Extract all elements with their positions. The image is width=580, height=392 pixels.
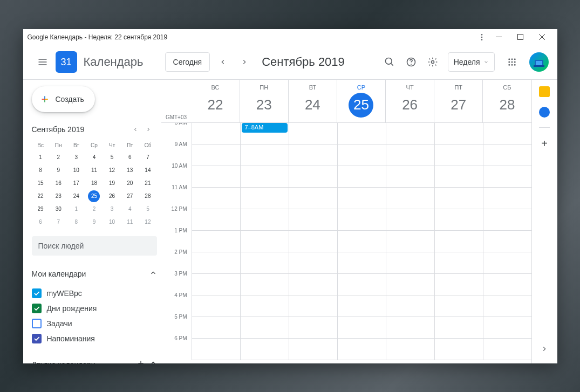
hour-cell[interactable]	[483, 252, 531, 274]
view-selector[interactable]: Неделя	[448, 52, 495, 72]
mini-day[interactable]: 5	[139, 203, 156, 216]
hour-cell[interactable]	[483, 274, 531, 295]
hour-cell[interactable]	[435, 188, 483, 209]
hour-cell[interactable]	[386, 209, 434, 231]
day-number[interactable]: 28	[495, 93, 520, 118]
mini-day[interactable]: 21	[139, 177, 156, 190]
hour-cell[interactable]	[435, 295, 483, 317]
hour-cell[interactable]	[192, 166, 240, 188]
mini-day[interactable]: 20	[121, 177, 139, 190]
mini-day[interactable]: 23	[50, 190, 67, 203]
day-number[interactable]: 23	[251, 93, 276, 118]
mini-day[interactable]: 6	[121, 151, 139, 164]
mini-day[interactable]: 10	[67, 164, 85, 177]
mini-day[interactable]: 3	[103, 203, 121, 216]
day-column[interactable]	[483, 123, 531, 360]
mini-day[interactable]: 1	[32, 151, 50, 164]
hour-cell[interactable]	[435, 209, 483, 231]
mini-prev-button[interactable]	[129, 123, 142, 136]
hamburger-icon[interactable]	[32, 51, 53, 73]
calendar-item[interactable]: myWEBpc	[32, 286, 157, 301]
mini-day[interactable]: 8	[32, 164, 50, 177]
day-header[interactable]: ЧТ26	[385, 80, 434, 122]
hour-cell[interactable]	[338, 209, 386, 231]
mini-day[interactable]: 6	[32, 216, 50, 229]
hour-cell[interactable]	[435, 231, 483, 252]
hour-cell[interactable]	[338, 145, 386, 166]
mini-day[interactable]: 14	[139, 164, 156, 177]
checkbox[interactable]	[32, 319, 42, 328]
hour-cell[interactable]	[241, 209, 289, 231]
hour-cell[interactable]	[386, 295, 434, 317]
hour-cell[interactable]	[289, 209, 337, 231]
mini-day[interactable]: 24	[67, 190, 85, 203]
hour-cell[interactable]	[241, 166, 289, 188]
day-column[interactable]: 7–8AM	[240, 123, 289, 360]
hour-cell[interactable]	[241, 295, 289, 317]
hour-cell[interactable]	[386, 339, 434, 360]
calendar-item[interactable]: Дни рождения	[32, 301, 157, 316]
hour-cell[interactable]	[483, 166, 531, 188]
hour-cell[interactable]	[338, 188, 386, 209]
hour-cell[interactable]	[338, 252, 386, 274]
hour-cell[interactable]	[483, 339, 531, 360]
mini-day[interactable]: 7	[139, 151, 156, 164]
hour-cell[interactable]	[483, 231, 531, 252]
hour-cell[interactable]	[435, 166, 483, 188]
mini-day[interactable]: 4	[121, 203, 139, 216]
next-week-button[interactable]	[236, 53, 253, 71]
hour-cell[interactable]	[483, 123, 531, 145]
mini-next-button[interactable]	[142, 123, 155, 136]
hour-cell[interactable]	[483, 145, 531, 166]
hour-cell[interactable]	[386, 166, 434, 188]
mini-day[interactable]: 2	[50, 151, 67, 164]
mini-day[interactable]: 3	[67, 151, 85, 164]
more-icon[interactable]	[475, 33, 488, 42]
prev-week-button[interactable]	[214, 53, 231, 71]
hour-cell[interactable]	[289, 123, 337, 145]
collapse-icon[interactable]	[149, 359, 157, 363]
day-column[interactable]	[434, 123, 483, 360]
day-header[interactable]: СБ28	[482, 80, 531, 122]
hour-cell[interactable]	[483, 188, 531, 209]
day-column[interactable]	[337, 123, 386, 360]
checkbox[interactable]	[32, 304, 42, 313]
search-people-input[interactable]: Поиск людей	[32, 236, 157, 256]
minimize-button[interactable]	[488, 30, 510, 45]
hour-cell[interactable]	[289, 339, 337, 360]
day-number[interactable]: 22	[203, 93, 228, 118]
hour-cell[interactable]	[289, 295, 337, 317]
day-column[interactable]	[289, 123, 337, 360]
hour-cell[interactable]	[241, 145, 289, 166]
hour-cell[interactable]	[386, 188, 434, 209]
add-calendar-icon[interactable]	[137, 359, 145, 363]
hour-cell[interactable]	[289, 317, 337, 339]
help-icon[interactable]	[400, 51, 422, 73]
hour-cell[interactable]	[192, 317, 240, 339]
hour-cell[interactable]	[192, 188, 240, 209]
mini-day[interactable]: 13	[121, 164, 139, 177]
hour-cell[interactable]	[435, 317, 483, 339]
hour-cell[interactable]	[386, 252, 434, 274]
hour-cell[interactable]	[192, 123, 240, 145]
hour-cell[interactable]	[338, 295, 386, 317]
mini-day[interactable]: 25	[88, 190, 100, 202]
day-header[interactable]: ВТ24	[288, 80, 337, 122]
hour-cell[interactable]	[435, 145, 483, 166]
hour-cell[interactable]	[289, 145, 337, 166]
hour-cell[interactable]	[192, 252, 240, 274]
mini-day[interactable]: 27	[121, 190, 139, 203]
avatar[interactable]	[529, 52, 549, 72]
hour-cell[interactable]	[338, 274, 386, 295]
hour-cell[interactable]	[241, 188, 289, 209]
hour-cell[interactable]	[241, 317, 289, 339]
gear-icon[interactable]	[422, 51, 443, 73]
hour-cell[interactable]	[241, 231, 289, 252]
mini-day[interactable]: 1	[67, 203, 85, 216]
hour-cell[interactable]	[435, 252, 483, 274]
mini-day[interactable]: 26	[103, 190, 121, 203]
today-button[interactable]: Сегодня	[165, 52, 210, 72]
tasks-icon[interactable]	[539, 107, 550, 118]
hour-cell[interactable]	[192, 295, 240, 317]
day-header[interactable]: СР25	[337, 80, 385, 122]
